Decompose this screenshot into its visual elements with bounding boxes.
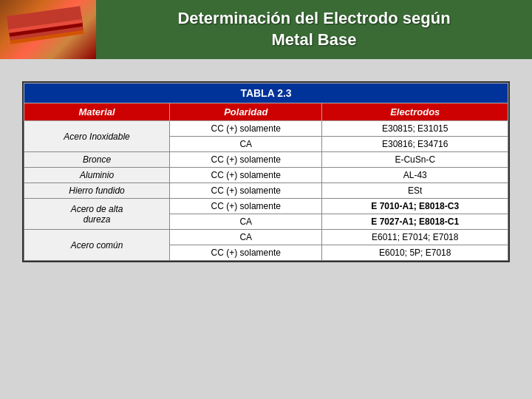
table-row: Bronce CC (+) solamente E-CuSn-C bbox=[24, 152, 508, 168]
col-material: Material bbox=[24, 103, 170, 121]
table-container: TABLA 2.3 Material Polaridad Electrodos … bbox=[22, 81, 510, 262]
book-stack-icon bbox=[0, 0, 96, 59]
polaridad-cell: CA bbox=[170, 137, 322, 152]
electrodo-cell: E 7010-A1; E8018-C3 bbox=[322, 199, 508, 214]
polaridad-cell: CC (+) solamente bbox=[170, 245, 322, 261]
material-cell: Acero común bbox=[24, 230, 170, 261]
electrodo-cell: E30816; E34716 bbox=[322, 137, 508, 152]
column-header-row: Material Polaridad Electrodos bbox=[24, 103, 508, 121]
table-row: Acero de altadureza CC (+) solamente E 7… bbox=[24, 199, 508, 214]
polaridad-cell: CA bbox=[170, 214, 322, 230]
header: Determinación del Electrodo según Metal … bbox=[0, 0, 532, 59]
header-title-line2: Metal Base bbox=[272, 30, 357, 49]
material-cell: Hierro fundido bbox=[24, 183, 170, 199]
content-area: TABLA 2.3 Material Polaridad Electrodos … bbox=[0, 59, 532, 277]
polaridad-cell: CC (+) solamente bbox=[170, 168, 322, 183]
col-electrodos: Electrodos bbox=[322, 103, 508, 121]
table-title: TABLA 2.3 bbox=[24, 83, 508, 103]
polaridad-cell: CC (+) solamente bbox=[170, 121, 322, 137]
table-row: Hierro fundido CC (+) solamente ESt bbox=[24, 183, 508, 199]
col-polaridad: Polaridad bbox=[170, 103, 322, 121]
polaridad-cell: CA bbox=[170, 230, 322, 245]
material-cell: Aluminio bbox=[24, 168, 170, 183]
polaridad-cell: CC (+) solamente bbox=[170, 199, 322, 214]
header-title: Determinación del Electrodo según Metal … bbox=[96, 8, 532, 50]
main-table: TABLA 2.3 Material Polaridad Electrodos … bbox=[24, 83, 508, 261]
material-cell: Bronce bbox=[24, 152, 170, 168]
header-image bbox=[0, 0, 96, 59]
electrodo-cell: E30815; E31015 bbox=[322, 121, 508, 137]
table-row: Aluminio CC (+) solamente AL-43 bbox=[24, 168, 508, 183]
electrodo-cell: ESt bbox=[322, 183, 508, 199]
polaridad-cell: CC (+) solamente bbox=[170, 183, 322, 199]
table-row: Acero común CA E6011; E7014; E7018 bbox=[24, 230, 508, 245]
table-row: Acero Inoxidable CC (+) solamente E30815… bbox=[24, 121, 508, 137]
header-title-line1: Determinación del Electrodo según bbox=[177, 9, 450, 27]
electrodo-cell: AL-43 bbox=[322, 168, 508, 183]
electrodo-cell: E-CuSn-C bbox=[322, 152, 508, 168]
electrodo-cell: E6010; 5P; E7018 bbox=[322, 245, 508, 261]
polaridad-cell: CC (+) solamente bbox=[170, 152, 322, 168]
electrodo-cell: E 7027-A1; E8018-C1 bbox=[322, 214, 508, 230]
material-cell: Acero Inoxidable bbox=[24, 121, 170, 152]
table-title-row: TABLA 2.3 bbox=[24, 83, 508, 103]
material-cell: Acero de altadureza bbox=[24, 199, 170, 230]
electrodo-cell: E6011; E7014; E7018 bbox=[322, 230, 508, 245]
